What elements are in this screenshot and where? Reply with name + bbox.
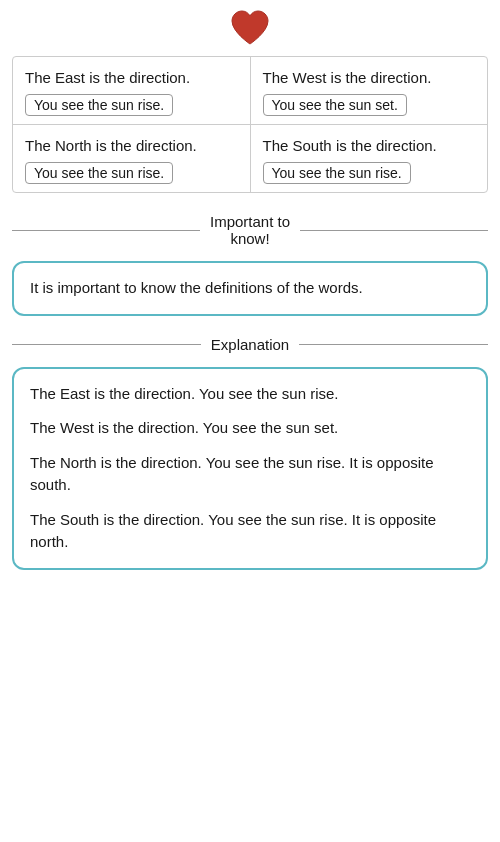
east-label: The East is the direction. bbox=[25, 67, 238, 88]
directions-row-2: The North is the direction. You see the … bbox=[13, 125, 487, 192]
top-icon-area bbox=[12, 10, 488, 46]
divider-line-right bbox=[300, 230, 488, 231]
explanation-para-2: The West is the direction. You see the s… bbox=[30, 417, 470, 440]
north-result: You see the sun rise. bbox=[25, 162, 173, 184]
east-result: You see the sun rise. bbox=[25, 94, 173, 116]
west-result: You see the sun set. bbox=[263, 94, 407, 116]
explanation-divider-line-right bbox=[299, 344, 488, 345]
explanation-divider-line-left bbox=[12, 344, 201, 345]
directions-row-1: The East is the direction. You see the s… bbox=[13, 57, 487, 125]
south-result: You see the sun rise. bbox=[263, 162, 411, 184]
direction-cell-south: The South is the direction. You see the … bbox=[251, 125, 488, 192]
direction-cell-east: The East is the direction. You see the s… bbox=[13, 57, 251, 124]
important-info-box: It is important to know the definitions … bbox=[12, 261, 488, 316]
heart-icon bbox=[230, 10, 270, 46]
explanation-para-4: The South is the direction. You see the … bbox=[30, 509, 470, 554]
direction-cell-west: The West is the direction. You see the s… bbox=[251, 57, 488, 124]
explanation-box: The East is the direction. You see the s… bbox=[12, 367, 488, 570]
explanation-divider: Explanation bbox=[12, 336, 488, 353]
north-label: The North is the direction. bbox=[25, 135, 238, 156]
directions-grid: The East is the direction. You see the s… bbox=[12, 56, 488, 193]
explanation-para-3: The North is the direction. You see the … bbox=[30, 452, 470, 497]
divider-line-left bbox=[12, 230, 200, 231]
important-divider-label: Important toknow! bbox=[210, 213, 290, 247]
explanation-divider-label: Explanation bbox=[211, 336, 289, 353]
direction-cell-north: The North is the direction. You see the … bbox=[13, 125, 251, 192]
south-label: The South is the direction. bbox=[263, 135, 476, 156]
important-info-text: It is important to know the definitions … bbox=[30, 277, 470, 300]
west-label: The West is the direction. bbox=[263, 67, 476, 88]
explanation-para-1: The East is the direction. You see the s… bbox=[30, 383, 470, 406]
important-divider: Important toknow! bbox=[12, 213, 488, 247]
